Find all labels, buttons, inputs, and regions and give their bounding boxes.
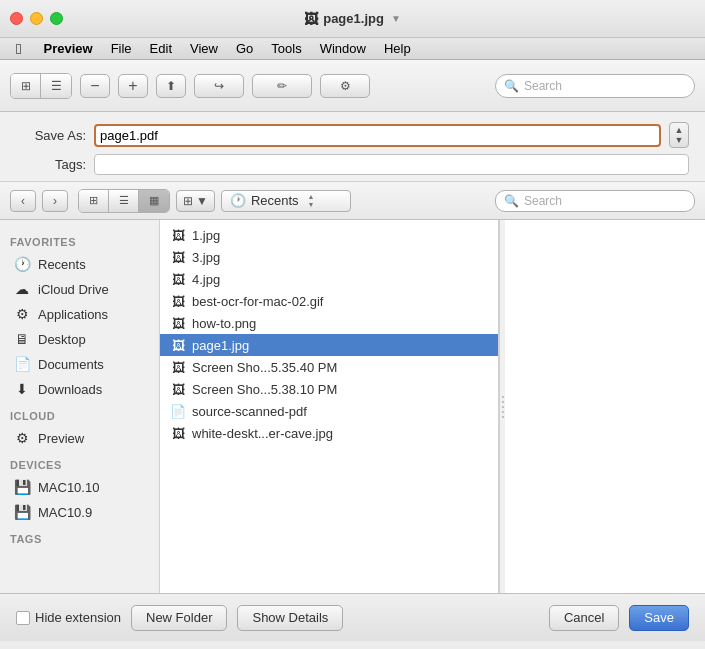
- file-icon: 🖼: [170, 249, 186, 265]
- sidebar-item-label: Applications: [38, 307, 108, 322]
- menu-tools[interactable]: Tools: [263, 39, 309, 58]
- toolbar-list-view-btn[interactable]: ☰: [41, 74, 71, 98]
- hide-extension-checkbox[interactable]: [16, 611, 30, 625]
- sidebar-item-icloud-drive[interactable]: ☁ iCloud Drive: [4, 277, 155, 301]
- nav-search-placeholder: Search: [524, 194, 562, 208]
- file-icon: 🖼: [170, 293, 186, 309]
- file-item[interactable]: 🖼 best-ocr-for-mac-02.gif: [160, 290, 498, 312]
- file-item[interactable]: 🖼 how-to.png: [160, 312, 498, 334]
- hide-extension-checkbox-group[interactable]: Hide extension: [16, 610, 121, 625]
- sidebar-item-recents[interactable]: 🕐 Recents: [4, 252, 155, 276]
- toolbar-search-box[interactable]: 🔍 Search: [495, 74, 695, 98]
- file-icon: 🖼: [170, 315, 186, 331]
- file-item-selected[interactable]: 🖼 page1.jpg: [160, 334, 498, 356]
- resize-dots: [502, 396, 504, 418]
- file-item[interactable]: 📄 source-scanned-pdf: [160, 400, 498, 422]
- sidebar: Favorites 🕐 Recents ☁ iCloud Drive ⚙ App…: [0, 220, 160, 593]
- minimize-button[interactable]: [30, 12, 43, 25]
- preview-icon: ⚙: [14, 430, 30, 446]
- menubar:  Preview File Edit View Go Tools Window…: [0, 38, 705, 60]
- nav-search-box[interactable]: 🔍 Search: [495, 190, 695, 212]
- recents-icon: 🕐: [230, 193, 246, 208]
- file-item[interactable]: 🖼 white-deskt...er-cave.jpg: [160, 422, 498, 444]
- save-as-row: Save As: ▲▼: [16, 122, 689, 148]
- file-name: Screen Sho...5.35.40 PM: [192, 360, 337, 375]
- menu-go[interactable]: Go: [228, 39, 261, 58]
- search-icon: 🔍: [504, 79, 519, 93]
- new-folder-button[interactable]: New Folder: [131, 605, 227, 631]
- nav-bar: ‹ › ⊞ ☰ ▦ ⊞ ▼ 🕐 Recents ▲ ▼ 🔍 Search: [0, 182, 705, 220]
- save-button[interactable]: Save: [629, 605, 689, 631]
- menu-help[interactable]: Help: [376, 39, 419, 58]
- file-name: 1.jpg: [192, 228, 220, 243]
- apple-menu[interactable]: : [8, 38, 29, 59]
- close-button[interactable]: [10, 12, 23, 25]
- file-name: how-to.png: [192, 316, 256, 331]
- file-item[interactable]: 🖼 Screen Sho...5.38.10 PM: [160, 378, 498, 400]
- location-chevrons: ▲ ▼: [308, 193, 315, 208]
- file-preview-area: [505, 220, 705, 593]
- arrange-btn[interactable]: ⊞ ▼: [176, 190, 215, 212]
- title-chevron-icon[interactable]: ▼: [391, 13, 401, 24]
- expand-button[interactable]: ▲▼: [669, 122, 689, 148]
- cancel-button[interactable]: Cancel: [549, 605, 619, 631]
- toolbar-zoom-out-btn[interactable]: −: [80, 74, 110, 98]
- file-icon: 🖼: [170, 227, 186, 243]
- show-details-button[interactable]: Show Details: [237, 605, 343, 631]
- sidebar-item-mac1010[interactable]: 💾 MAC10.10: [4, 475, 155, 499]
- sidebar-item-applications[interactable]: ⚙ Applications: [4, 302, 155, 326]
- menu-edit[interactable]: Edit: [142, 39, 180, 58]
- file-item[interactable]: 🖼 3.jpg: [160, 246, 498, 268]
- toolbar-action-btn[interactable]: ⚙: [320, 74, 370, 98]
- save-as-label: Save As:: [16, 128, 86, 143]
- sidebar-item-documents[interactable]: 📄 Documents: [4, 352, 155, 376]
- tags-input[interactable]: [94, 154, 689, 175]
- menu-file[interactable]: File: [103, 39, 140, 58]
- search-placeholder: Search: [524, 79, 562, 93]
- toolbar-markup-btn[interactable]: ✏: [252, 74, 312, 98]
- toolbar-view-group: ⊞ ☰: [10, 73, 72, 99]
- toolbar-share-btn[interactable]: ⬆: [156, 74, 186, 98]
- save-as-input-wrapper: [94, 124, 661, 147]
- list-view-btn[interactable]: ☰: [109, 190, 139, 212]
- devices-section-label: Devices: [0, 451, 159, 474]
- view-btn-group: ⊞ ☰ ▦: [78, 189, 170, 213]
- sidebar-item-mac109[interactable]: 💾 MAC10.9: [4, 500, 155, 524]
- titlebar: 🖼 page1.jpg ▼: [0, 0, 705, 38]
- file-name: Screen Sho...5.38.10 PM: [192, 382, 337, 397]
- column-view-btn[interactable]: ▦: [139, 190, 169, 212]
- toolbar-icon-view-btn[interactable]: ⊞: [11, 74, 41, 98]
- toolbar-zoom-in-btn[interactable]: +: [118, 74, 148, 98]
- sidebar-item-downloads[interactable]: ⬇ Downloads: [4, 377, 155, 401]
- mac1010-icon: 💾: [14, 479, 30, 495]
- sidebar-item-label: Desktop: [38, 332, 86, 347]
- mac109-icon: 💾: [14, 504, 30, 520]
- file-icon: 🖼: [170, 381, 186, 397]
- sidebar-item-label: Documents: [38, 357, 104, 372]
- menu-preview[interactable]: Preview: [35, 39, 100, 58]
- toolbar: ⊞ ☰ − + ⬆ ↪ ✏ ⚙ 🔍 Search: [0, 60, 705, 112]
- menu-view[interactable]: View: [182, 39, 226, 58]
- file-list: 🖼 1.jpg 🖼 3.jpg 🖼 4.jpg 🖼 best-ocr-for-m…: [160, 220, 499, 593]
- file-item[interactable]: 🖼 4.jpg: [160, 268, 498, 290]
- applications-icon: ⚙: [14, 306, 30, 322]
- file-name: best-ocr-for-mac-02.gif: [192, 294, 323, 309]
- toolbar-rotate-btn[interactable]: ↪: [194, 74, 244, 98]
- icon-view-btn[interactable]: ⊞: [79, 190, 109, 212]
- menu-window[interactable]: Window: [312, 39, 374, 58]
- file-name: white-deskt...er-cave.jpg: [192, 426, 333, 441]
- titlebar-title-group: 🖼 page1.jpg ▼: [304, 11, 401, 27]
- sidebar-item-preview[interactable]: ⚙ Preview: [4, 426, 155, 450]
- file-item[interactable]: 🖼 Screen Sho...5.35.40 PM: [160, 356, 498, 378]
- location-select[interactable]: 🕐 Recents ▲ ▼: [221, 190, 351, 212]
- nav-back-btn[interactable]: ‹: [10, 190, 36, 212]
- sidebar-item-desktop[interactable]: 🖥 Desktop: [4, 327, 155, 351]
- sidebar-item-label: MAC10.9: [38, 505, 92, 520]
- nav-forward-btn[interactable]: ›: [42, 190, 68, 212]
- maximize-button[interactable]: [50, 12, 63, 25]
- tags-row: Tags:: [16, 154, 689, 175]
- hide-extension-label: Hide extension: [35, 610, 121, 625]
- save-as-input[interactable]: [100, 128, 655, 143]
- favorites-section-label: Favorites: [0, 228, 159, 251]
- file-item[interactable]: 🖼 1.jpg: [160, 224, 498, 246]
